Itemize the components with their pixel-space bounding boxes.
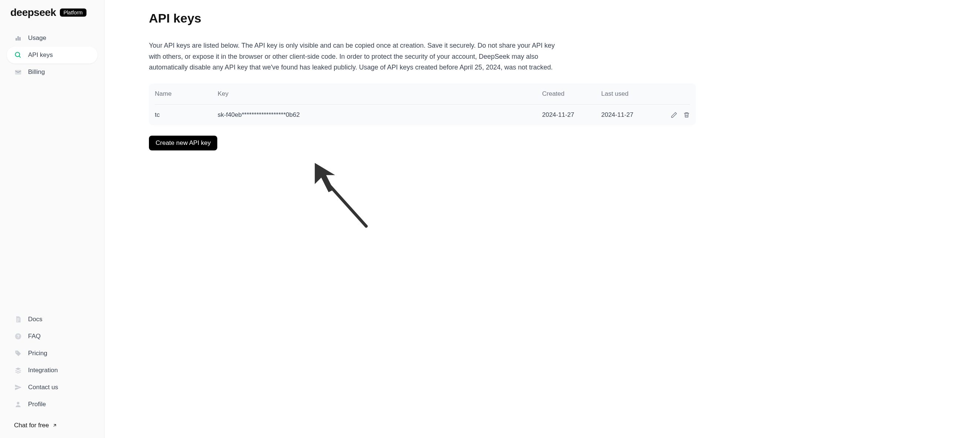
stack-icon	[14, 366, 22, 374]
trash-icon[interactable]	[683, 111, 690, 118]
sidebar: deepseek Platform Usage API keys Billing	[0, 0, 105, 438]
sidebar-item-label: Pricing	[28, 350, 47, 357]
external-link-icon	[52, 423, 57, 428]
send-icon	[14, 383, 22, 392]
cursor-arrow-annotation	[312, 160, 371, 230]
svg-rect-0	[16, 38, 17, 41]
th-created: Created	[542, 90, 601, 97]
svg-point-3	[16, 53, 20, 57]
sidebar-item-billing[interactable]: Billing	[6, 64, 97, 81]
primary-nav: Usage API keys Billing	[0, 26, 104, 84]
edit-icon[interactable]	[671, 111, 677, 118]
cell-name: tc	[155, 111, 218, 119]
sidebar-item-label: FAQ	[28, 333, 41, 340]
sidebar-item-label: Docs	[28, 315, 43, 323]
bar-chart-icon	[14, 34, 22, 42]
sidebar-item-profile[interactable]: Profile	[6, 396, 97, 413]
chat-for-free-link[interactable]: Chat for free	[0, 417, 104, 434]
cell-created: 2024-11-27	[542, 111, 601, 119]
sidebar-item-label: Integration	[28, 367, 58, 374]
svg-line-4	[19, 56, 21, 58]
mail-icon	[14, 68, 22, 76]
svg-point-9	[17, 402, 19, 405]
sidebar-item-label: API keys	[28, 51, 53, 59]
svg-text:?: ?	[17, 334, 19, 339]
sidebar-item-integration[interactable]: Integration	[6, 362, 97, 379]
svg-rect-2	[19, 37, 20, 41]
sidebar-item-label: Contact us	[28, 384, 58, 391]
create-api-key-button[interactable]: Create new API key	[149, 135, 217, 150]
sidebar-item-pricing[interactable]: Pricing	[6, 345, 97, 362]
page-description: Your API keys are listed below. The API …	[149, 40, 555, 73]
secondary-nav: Docs ? FAQ Pricing Integration Contact u…	[0, 311, 104, 417]
sidebar-item-contact[interactable]: Contact us	[6, 379, 97, 396]
search-icon	[14, 51, 22, 59]
sidebar-item-label: Billing	[28, 68, 45, 76]
chat-free-label: Chat for free	[14, 422, 49, 429]
question-icon: ?	[14, 332, 22, 341]
page-title: API keys	[149, 11, 696, 25]
sidebar-item-api-keys[interactable]: API keys	[6, 46, 97, 64]
user-icon	[14, 400, 22, 408]
th-last-used: Last used	[601, 90, 660, 97]
brand-name: deepseek	[10, 6, 56, 19]
brand-logo[interactable]: deepseek Platform	[0, 4, 104, 26]
sidebar-item-label: Usage	[28, 34, 46, 42]
document-icon	[14, 315, 22, 323]
sidebar-item-docs[interactable]: Docs	[6, 311, 97, 328]
cell-key: sk-f40eb******************0b62	[218, 111, 542, 119]
th-key: Key	[218, 90, 542, 97]
cell-last-used: 2024-11-27	[601, 111, 660, 119]
main-content: API keys Your API keys are listed below.…	[105, 0, 740, 438]
table-header: Name Key Created Last used	[155, 84, 690, 105]
sidebar-item-usage[interactable]: Usage	[6, 30, 97, 46]
sidebar-item-faq[interactable]: ? FAQ	[6, 328, 97, 345]
table-row: tc sk-f40eb******************0b62 2024-1…	[155, 105, 690, 125]
th-actions	[660, 90, 690, 97]
sidebar-item-label: Profile	[28, 401, 46, 408]
th-name: Name	[155, 90, 218, 97]
brand-badge: Platform	[60, 8, 86, 17]
svg-point-8	[16, 352, 18, 353]
svg-line-10	[326, 182, 366, 226]
api-keys-table: Name Key Created Last used tc sk-f40eb**…	[149, 84, 696, 125]
svg-rect-1	[18, 36, 19, 41]
tag-icon	[14, 349, 22, 357]
